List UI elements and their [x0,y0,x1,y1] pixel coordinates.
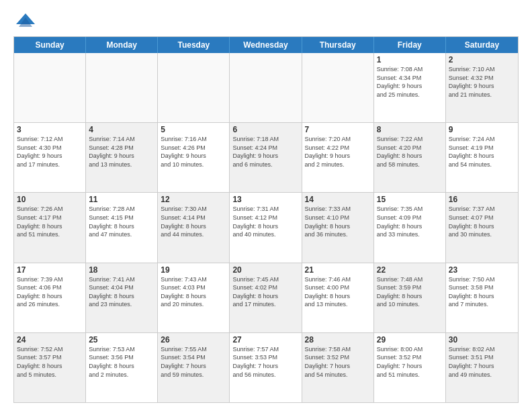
day-info: Sunrise: 7:43 AM Sunset: 4:03 PM Dayligh… [161,275,226,309]
calendar-cell: 6Sunrise: 7:18 AM Sunset: 4:24 PM Daylig… [230,123,302,192]
day-info: Sunrise: 7:46 AM Sunset: 4:00 PM Dayligh… [305,275,371,309]
day-number: 27 [232,335,298,345]
day-number: 3 [17,125,83,134]
calendar-week: 3Sunrise: 7:12 AM Sunset: 4:30 PM Daylig… [14,123,518,193]
day-info: Sunrise: 7:08 AM Sunset: 4:34 PM Dayligh… [377,65,443,99]
logo-icon [16,11,35,30]
calendar-cell: 24Sunrise: 7:52 AM Sunset: 3:57 PM Dayli… [14,333,86,402]
calendar-week: 10Sunrise: 7:26 AM Sunset: 4:17 PM Dayli… [14,193,518,263]
calendar-cell: 2Sunrise: 7:10 AM Sunset: 4:32 PM Daylig… [446,53,518,122]
day-number: 28 [305,335,371,345]
day-number: 4 [89,125,154,134]
day-info: Sunrise: 7:10 AM Sunset: 4:32 PM Dayligh… [449,65,515,99]
calendar-cell: 23Sunrise: 7:50 AM Sunset: 3:58 PM Dayli… [446,263,518,332]
calendar-cell: 10Sunrise: 7:26 AM Sunset: 4:17 PM Dayli… [14,193,86,262]
calendar-cell: 3Sunrise: 7:12 AM Sunset: 4:30 PM Daylig… [14,123,86,192]
calendar-cell: 27Sunrise: 7:57 AM Sunset: 3:53 PM Dayli… [230,333,302,402]
day-number: 16 [449,195,515,204]
day-number: 19 [161,265,226,275]
day-number: 22 [377,265,443,275]
day-number: 23 [449,265,515,275]
day-number: 30 [449,335,515,345]
day-info: Sunrise: 7:20 AM Sunset: 4:22 PM Dayligh… [305,135,371,169]
day-number: 8 [377,125,443,134]
calendar-cell: 26Sunrise: 7:55 AM Sunset: 3:54 PM Dayli… [158,333,230,402]
day-number: 10 [17,195,83,204]
day-info: Sunrise: 7:33 AM Sunset: 4:10 PM Dayligh… [305,205,371,238]
day-number: 14 [305,195,371,204]
day-info: Sunrise: 7:14 AM Sunset: 4:28 PM Dayligh… [89,135,154,169]
calendar-cell: 12Sunrise: 7:30 AM Sunset: 4:14 PM Dayli… [158,193,230,262]
calendar-cell: 4Sunrise: 7:14 AM Sunset: 4:28 PM Daylig… [86,123,158,192]
calendar-cell [302,53,374,122]
day-info: Sunrise: 7:58 AM Sunset: 3:52 PM Dayligh… [305,345,371,379]
day-info: Sunrise: 7:39 AM Sunset: 4:06 PM Dayligh… [17,275,83,309]
day-info: Sunrise: 7:48 AM Sunset: 3:59 PM Dayligh… [377,275,443,309]
day-info: Sunrise: 7:35 AM Sunset: 4:09 PM Dayligh… [377,205,443,238]
day-info: Sunrise: 7:52 AM Sunset: 3:57 PM Dayligh… [17,345,83,379]
calendar-cell: 15Sunrise: 7:35 AM Sunset: 4:09 PM Dayli… [374,193,446,262]
day-info: Sunrise: 7:45 AM Sunset: 4:02 PM Dayligh… [232,275,298,309]
day-number: 17 [17,265,83,275]
day-number: 26 [161,335,226,345]
calendar-cell: 11Sunrise: 7:28 AM Sunset: 4:15 PM Dayli… [86,193,158,262]
day-info: Sunrise: 7:26 AM Sunset: 4:17 PM Dayligh… [17,205,83,238]
day-info: Sunrise: 7:22 AM Sunset: 4:20 PM Dayligh… [377,135,443,169]
day-number: 24 [17,335,83,345]
calendar-cell: 9Sunrise: 7:24 AM Sunset: 4:19 PM Daylig… [446,123,518,192]
day-number: 9 [449,125,515,134]
day-info: Sunrise: 7:37 AM Sunset: 4:07 PM Dayligh… [449,205,515,238]
day-info: Sunrise: 7:57 AM Sunset: 3:53 PM Dayligh… [232,345,298,379]
calendar-cell: 20Sunrise: 7:45 AM Sunset: 4:02 PM Dayli… [230,263,302,332]
calendar-cell: 18Sunrise: 7:41 AM Sunset: 4:04 PM Dayli… [86,263,158,332]
calendar-cell: 7Sunrise: 7:20 AM Sunset: 4:22 PM Daylig… [302,123,374,192]
calendar-cell: 22Sunrise: 7:48 AM Sunset: 3:59 PM Dayli… [374,263,446,332]
calendar-week: 24Sunrise: 7:52 AM Sunset: 3:57 PM Dayli… [14,333,518,402]
day-info: Sunrise: 7:12 AM Sunset: 4:30 PM Dayligh… [17,135,83,169]
calendar-week: 17Sunrise: 7:39 AM Sunset: 4:06 PM Dayli… [14,263,518,333]
cal-header-day: Tuesday [158,37,230,53]
calendar-cell: 19Sunrise: 7:43 AM Sunset: 4:03 PM Dayli… [158,263,230,332]
calendar-cell: 28Sunrise: 7:58 AM Sunset: 3:52 PM Dayli… [302,333,374,402]
day-info: Sunrise: 7:41 AM Sunset: 4:04 PM Dayligh… [89,275,154,309]
cal-header-day: Monday [86,37,158,53]
page: SundayMondayTuesdayWednesdayThursdayFrid… [0,0,532,411]
calendar-header: SundayMondayTuesdayWednesdayThursdayFrid… [14,37,518,53]
day-info: Sunrise: 8:00 AM Sunset: 3:52 PM Dayligh… [377,345,443,379]
day-number: 13 [232,195,298,204]
calendar-cell: 16Sunrise: 7:37 AM Sunset: 4:07 PM Dayli… [446,193,518,262]
day-info: Sunrise: 7:28 AM Sunset: 4:15 PM Dayligh… [89,205,154,238]
calendar-cell: 25Sunrise: 7:53 AM Sunset: 3:56 PM Dayli… [86,333,158,402]
calendar-cell [86,53,158,122]
day-info: Sunrise: 7:18 AM Sunset: 4:24 PM Dayligh… [232,135,298,169]
calendar-cell: 5Sunrise: 7:16 AM Sunset: 4:26 PM Daylig… [158,123,230,192]
logo [13,11,35,30]
day-info: Sunrise: 7:55 AM Sunset: 3:54 PM Dayligh… [161,345,226,379]
cal-header-day: Wednesday [230,37,302,53]
day-number: 12 [161,195,226,204]
cal-header-day: Sunday [14,37,86,53]
day-number: 18 [89,265,154,275]
day-info: Sunrise: 7:31 AM Sunset: 4:12 PM Dayligh… [232,205,298,238]
day-number: 21 [305,265,371,275]
day-number: 15 [377,195,443,204]
calendar-cell [230,53,302,122]
calendar-cell: 21Sunrise: 7:46 AM Sunset: 4:00 PM Dayli… [302,263,374,332]
day-info: Sunrise: 7:53 AM Sunset: 3:56 PM Dayligh… [89,345,154,379]
calendar-body: 1Sunrise: 7:08 AM Sunset: 4:34 PM Daylig… [14,53,518,402]
day-number: 29 [377,335,443,345]
header [13,11,519,30]
day-number: 5 [161,125,226,134]
day-number: 7 [305,125,371,134]
calendar-cell: 30Sunrise: 8:02 AM Sunset: 3:51 PM Dayli… [446,333,518,402]
calendar-cell: 14Sunrise: 7:33 AM Sunset: 4:10 PM Dayli… [302,193,374,262]
calendar-cell: 13Sunrise: 7:31 AM Sunset: 4:12 PM Dayli… [230,193,302,262]
calendar-cell [158,53,230,122]
calendar-week: 1Sunrise: 7:08 AM Sunset: 4:34 PM Daylig… [14,53,518,123]
calendar-cell: 29Sunrise: 8:00 AM Sunset: 3:52 PM Dayli… [374,333,446,402]
cal-header-day: Thursday [302,37,374,53]
calendar: SundayMondayTuesdayWednesdayThursdayFrid… [13,36,519,403]
day-info: Sunrise: 7:50 AM Sunset: 3:58 PM Dayligh… [449,275,515,309]
day-number: 25 [89,335,154,345]
calendar-cell: 8Sunrise: 7:22 AM Sunset: 4:20 PM Daylig… [374,123,446,192]
